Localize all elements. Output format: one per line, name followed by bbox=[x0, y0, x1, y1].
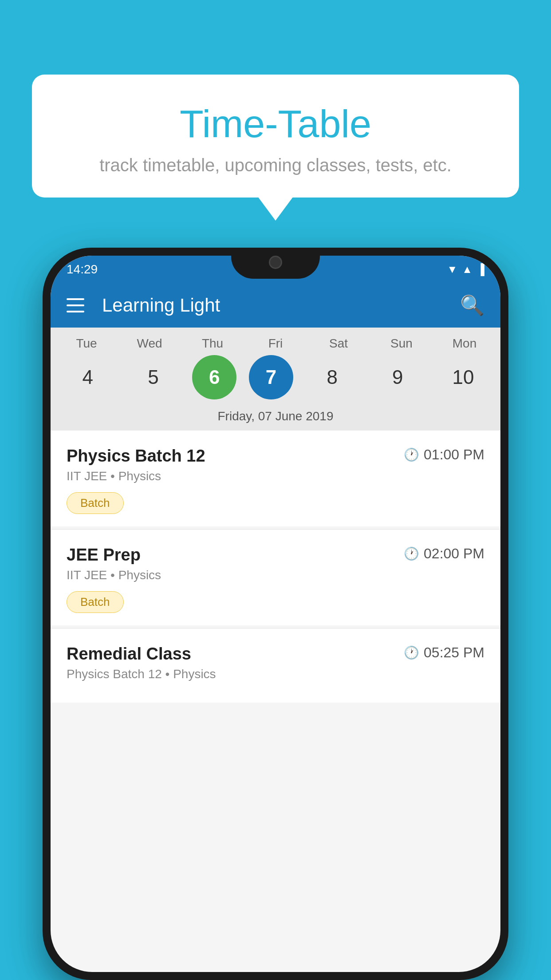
phone-screen: 14:29 ▼ ▲ ▐ Learning Light 🔍 bbox=[51, 256, 500, 972]
class-meta-1: IIT JEE • Physics bbox=[67, 469, 484, 483]
wifi-icon: ▼ bbox=[447, 263, 457, 276]
day-4[interactable]: 4 bbox=[61, 355, 114, 399]
class-card-top-3: Remedial Class 🕐 05:25 PM bbox=[67, 644, 484, 664]
class-card-jee-prep[interactable]: JEE Prep 🕐 02:00 PM IIT JEE • Physics Ba… bbox=[51, 530, 500, 625]
class-card-physics-batch-12[interactable]: Physics Batch 12 🕐 01:00 PM IIT JEE • Ph… bbox=[51, 431, 500, 526]
day-numbers-row: 4 5 6 7 8 9 10 bbox=[51, 351, 500, 404]
class-card-top-2: JEE Prep 🕐 02:00 PM bbox=[67, 545, 484, 565]
time-value-3: 05:25 PM bbox=[424, 644, 484, 661]
phone-frame: 14:29 ▼ ▲ ▐ Learning Light 🔍 bbox=[43, 248, 508, 980]
class-name-2: JEE Prep bbox=[67, 545, 141, 565]
day-label-thu[interactable]: Thu bbox=[186, 336, 239, 351]
day-9[interactable]: 9 bbox=[371, 355, 424, 399]
day-labels-row: Tue Wed Thu Fri Sat Sun Mon bbox=[51, 336, 500, 351]
class-name: Physics Batch 12 bbox=[67, 447, 205, 466]
status-icons: ▼ ▲ ▐ bbox=[447, 263, 484, 276]
phone-notch bbox=[231, 248, 320, 279]
day-label-mon[interactable]: Mon bbox=[438, 336, 491, 351]
class-meta-3: Physics Batch 12 • Physics bbox=[67, 667, 484, 681]
clock-icon-2: 🕐 bbox=[404, 546, 419, 561]
content-area: Physics Batch 12 🕐 01:00 PM IIT JEE • Ph… bbox=[51, 431, 500, 705]
signal-icon: ▲ bbox=[462, 263, 472, 276]
class-time-2: 🕐 02:00 PM bbox=[404, 545, 484, 562]
time-value-1: 01:00 PM bbox=[424, 447, 484, 463]
class-card-remedial[interactable]: Remedial Class 🕐 05:25 PM Physics Batch … bbox=[51, 628, 500, 703]
tooltip-subtitle: track timetable, upcoming classes, tests… bbox=[54, 155, 497, 175]
search-button[interactable]: 🔍 bbox=[460, 294, 484, 317]
phone-outer: 14:29 ▼ ▲ ▐ Learning Light 🔍 bbox=[43, 248, 508, 980]
app-bar: Learning Light 🔍 bbox=[51, 283, 500, 328]
status-time: 14:29 bbox=[67, 262, 98, 277]
day-7-selected[interactable]: 7 bbox=[249, 355, 293, 399]
day-label-tue[interactable]: Tue bbox=[60, 336, 113, 351]
class-name-3: Remedial Class bbox=[67, 644, 191, 664]
tooltip-title: Time-Table bbox=[54, 101, 497, 146]
selected-date-label: Friday, 07 June 2019 bbox=[51, 404, 500, 431]
tooltip-card: Time-Table track timetable, upcoming cla… bbox=[32, 75, 519, 198]
day-8[interactable]: 8 bbox=[306, 355, 359, 399]
battery-icon: ▐ bbox=[477, 263, 484, 276]
day-10[interactable]: 10 bbox=[437, 355, 490, 399]
day-label-sun[interactable]: Sun bbox=[375, 336, 428, 351]
day-label-wed[interactable]: Wed bbox=[123, 336, 176, 351]
day-5[interactable]: 5 bbox=[127, 355, 180, 399]
batch-badge-1: Batch bbox=[67, 492, 124, 514]
class-time-3: 🕐 05:25 PM bbox=[404, 644, 484, 661]
class-card-top: Physics Batch 12 🕐 01:00 PM bbox=[67, 447, 484, 466]
clock-icon-3: 🕐 bbox=[404, 645, 419, 660]
day-6-today[interactable]: 6 bbox=[192, 355, 236, 399]
hamburger-line bbox=[67, 311, 84, 312]
class-time: 🕐 01:00 PM bbox=[404, 447, 484, 463]
day-label-sat[interactable]: Sat bbox=[312, 336, 365, 351]
class-meta-2: IIT JEE • Physics bbox=[67, 568, 484, 582]
clock-icon-1: 🕐 bbox=[404, 447, 419, 462]
calendar-header: Tue Wed Thu Fri Sat Sun Mon 4 5 6 7 8 9 … bbox=[51, 328, 500, 431]
hamburger-line bbox=[67, 304, 84, 306]
hamburger-menu-button[interactable] bbox=[67, 298, 84, 312]
batch-badge-2: Batch bbox=[67, 591, 124, 613]
phone-camera bbox=[269, 256, 282, 269]
time-value-2: 02:00 PM bbox=[424, 545, 484, 562]
day-label-fri[interactable]: Fri bbox=[249, 336, 302, 351]
app-title: Learning Light bbox=[102, 295, 442, 316]
hamburger-line bbox=[67, 298, 84, 300]
